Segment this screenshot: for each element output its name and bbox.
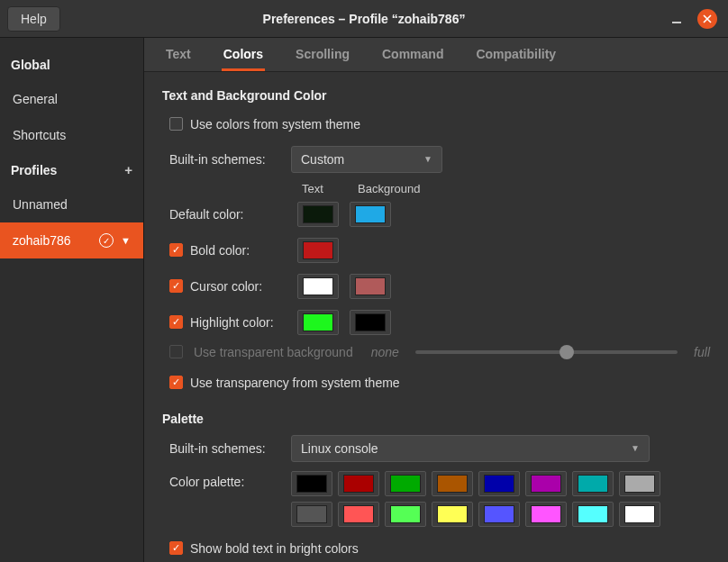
palette-builtin-label: Built-in schemes:: [169, 441, 291, 456]
tab-command[interactable]: Command: [380, 38, 445, 70]
col-text-header: Text: [302, 182, 340, 195]
palette-color-12[interactable]: [478, 502, 520, 527]
palette-color-2[interactable]: [385, 471, 426, 496]
trans-system-checkbox[interactable]: ✓ Use transparency from system theme: [169, 376, 400, 390]
sidebar-item-unnamed[interactable]: Unnamed: [0, 186, 143, 222]
close-icon[interactable]: [697, 9, 717, 29]
palette-color-14[interactable]: [572, 502, 614, 527]
color-swatch: [531, 475, 561, 493]
tab-text[interactable]: Text: [164, 38, 193, 70]
color-swatch: [303, 241, 333, 259]
palette-color-9[interactable]: [338, 502, 379, 527]
chevron-down-icon[interactable]: ▼: [121, 235, 131, 246]
section-text-bg: Text and Background Color: [162, 88, 710, 103]
tab-scrolling[interactable]: Scrolling: [294, 38, 351, 70]
palette-color-11[interactable]: [432, 502, 473, 527]
default-color-label: Default color:: [169, 207, 243, 222]
bold-color-checkbox[interactable]: ✓: [169, 243, 183, 257]
color-swatch: [355, 313, 386, 331]
palette-grid: [291, 471, 660, 527]
sidebar: Global General Shortcuts Profiles + Unna…: [0, 38, 144, 562]
bold-color-label: Bold color:: [190, 243, 250, 258]
color-swatch: [484, 505, 514, 523]
color-swatch: [390, 475, 421, 493]
tab-compatibility[interactable]: Compatibility: [474, 38, 558, 70]
color-columns-header: Text Background: [302, 182, 710, 195]
chevron-down-icon: ▼: [631, 443, 640, 453]
color-swatch: [343, 505, 374, 523]
checked-icon: ✓: [169, 541, 183, 555]
color-swatch: [578, 505, 608, 523]
transparency-slider: [415, 350, 678, 354]
transparent-bg-label: Use transparent background: [194, 345, 353, 359]
color-swatch: [437, 475, 468, 493]
window-title: Preferences – Profile “zohaib786”: [0, 12, 728, 26]
slider-none-label: none: [371, 345, 399, 359]
sidebar-item-active-profile[interactable]: zohaib786 ✓ ▼: [0, 222, 143, 258]
use-system-theme-checkbox[interactable]: Use colors from system theme: [169, 117, 360, 131]
main-panel: Text Colors Scrolling Command Compatibil…: [144, 38, 728, 562]
sidebar-header-global: Global: [0, 49, 143, 81]
color-swatch: [531, 505, 561, 523]
minimize-icon[interactable]: [669, 11, 685, 27]
palette-color-10[interactable]: [385, 502, 426, 527]
active-profile-label: zohaib786: [13, 233, 71, 248]
color-swatch: [303, 313, 333, 331]
color-swatch: [578, 475, 608, 493]
palette-color-8[interactable]: [291, 502, 332, 527]
svg-rect-0: [672, 22, 681, 23]
palette-builtin-select[interactable]: Linux console ▼: [291, 435, 650, 462]
default-bg-color-button[interactable]: [350, 202, 391, 227]
palette-color-13[interactable]: [525, 502, 567, 527]
sidebar-item-shortcuts[interactable]: Shortcuts: [0, 117, 143, 153]
sidebar-item-general[interactable]: General: [0, 81, 143, 117]
section-palette: Palette: [162, 412, 710, 426]
slider-full-label: full: [694, 345, 710, 359]
cursor-color-label: Cursor color:: [190, 279, 262, 294]
help-button[interactable]: Help: [7, 6, 60, 32]
tab-bar: Text Colors Scrolling Command Compatibil…: [144, 38, 728, 72]
chevron-down-icon: ▼: [423, 154, 432, 164]
default-text-color-button[interactable]: [297, 202, 339, 227]
content-area: Text and Background Color Use colors fro…: [144, 72, 728, 562]
color-swatch: [355, 277, 386, 295]
color-swatch: [355, 205, 386, 223]
color-palette-label: Color palette:: [169, 471, 291, 489]
palette-color-1[interactable]: [338, 471, 379, 496]
col-bg-header: Background: [358, 182, 420, 195]
sidebar-header-profiles: Profiles +: [0, 153, 143, 186]
highlight-text-color-button[interactable]: [297, 310, 339, 335]
highlight-color-checkbox[interactable]: ✓: [169, 315, 183, 329]
builtin-schemes-value: Custom: [301, 152, 344, 167]
add-profile-icon[interactable]: +: [124, 162, 132, 177]
palette-color-3[interactable]: [432, 471, 473, 496]
checked-icon: ✓: [169, 376, 183, 389]
color-swatch: [624, 475, 655, 493]
palette-color-7[interactable]: [619, 471, 660, 496]
highlight-bg-color-button[interactable]: [350, 310, 391, 335]
bold-text-color-button[interactable]: [297, 238, 339, 263]
check-circle-icon: ✓: [99, 233, 114, 248]
cursor-color-checkbox[interactable]: ✓: [169, 279, 183, 293]
cursor-text-color-button[interactable]: [297, 274, 339, 299]
color-swatch: [484, 475, 514, 493]
palette-color-6[interactable]: [572, 471, 614, 496]
palette-color-0[interactable]: [291, 471, 332, 496]
cursor-bg-color-button[interactable]: [350, 274, 391, 299]
color-swatch: [624, 505, 655, 523]
palette-color-5[interactable]: [525, 471, 567, 496]
builtin-schemes-select[interactable]: Custom ▼: [291, 146, 442, 173]
profiles-label: Profiles: [11, 163, 57, 177]
titlebar: Help Preferences – Profile “zohaib786”: [0, 0, 728, 38]
show-bold-bright-checkbox[interactable]: ✓ Show bold text in bright colors: [169, 541, 359, 556]
show-bold-bright-label: Show bold text in bright colors: [190, 541, 359, 556]
color-swatch: [390, 505, 421, 523]
use-system-theme-label: Use colors from system theme: [190, 117, 360, 131]
palette-color-15[interactable]: [619, 502, 660, 527]
palette-builtin-value: Linux console: [301, 441, 378, 456]
tab-colors[interactable]: Colors: [222, 38, 265, 70]
color-swatch: [303, 277, 333, 295]
window-controls: [669, 9, 728, 29]
palette-color-4[interactable]: [478, 471, 520, 496]
unchecked-icon: [169, 117, 183, 131]
